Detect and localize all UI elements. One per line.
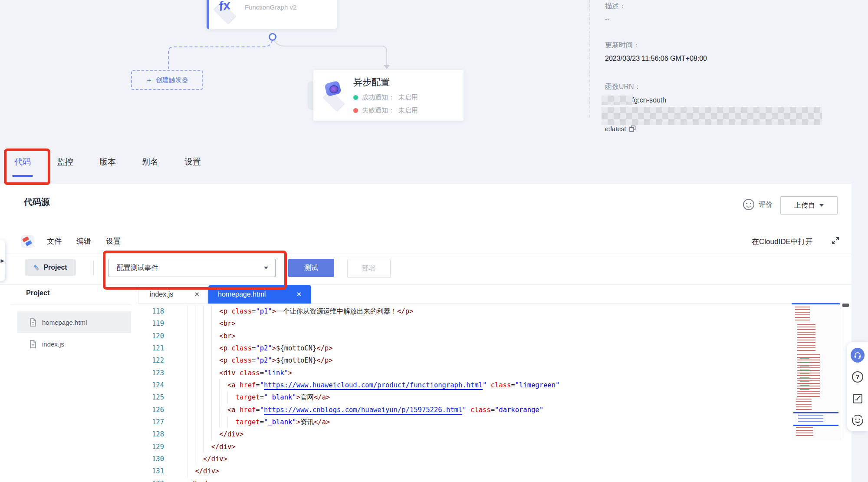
code-line: 131 </div> — [138, 465, 791, 477]
code-line: 128 </div> — [138, 428, 791, 440]
test-event-select[interactable]: 配置测试事件 — [108, 259, 276, 277]
code-line: 130 </div> — [138, 453, 791, 465]
code-line: 120 <br> — [138, 330, 791, 342]
fail-notify-label: 失败通知： — [362, 106, 395, 115]
chevron-down-icon — [819, 204, 824, 207]
upload-from-button[interactable]: 上传自 — [780, 196, 838, 215]
expand-icon[interactable] — [831, 236, 840, 245]
code-lines: 118 <p class="p1">一个让你从资源运维中解放出来的利器！</p>… — [138, 304, 791, 482]
function-nav-tabs: 代码 监控 版本 别名 设置 — [14, 156, 201, 168]
line-number: 122 — [138, 354, 164, 366]
editor-scrollbar-thumb[interactable] — [842, 304, 849, 307]
arrowhead-icon — [384, 65, 390, 69]
line-number: 126 — [138, 404, 164, 416]
async-config-icon — [320, 80, 348, 108]
urn-fragment: fg:cn-south — [632, 96, 666, 104]
function-card[interactable]: fx homepage FunctionGraph v2 — [207, 0, 337, 29]
open-in-cloudide-link[interactable]: 在CloudIDE中打开 — [752, 237, 813, 247]
help-sidebar: ? — [847, 342, 868, 431]
async-config-card[interactable]: 异步配置 成功通知：未启用 失败通知：未启用 — [313, 70, 464, 121]
ide-logo-icon — [21, 235, 34, 248]
async-success-row: 成功通知：未启用 — [353, 93, 418, 102]
menu-edit[interactable]: 编辑 — [76, 236, 91, 246]
functiongraph-console: fx homepage FunctionGraph v2 ＋ 创建触发器 异步配… — [0, 0, 868, 482]
menu-settings[interactable]: 设置 — [106, 236, 121, 246]
async-connector-line — [274, 40, 387, 65]
question-icon: ? — [852, 371, 864, 383]
line-number: 121 — [138, 342, 164, 354]
code-line: 122 <p class="p2">${mottoEN}</p> — [138, 354, 791, 366]
line-number: 127 — [138, 416, 164, 428]
async-config-title: 异步配置 — [353, 76, 390, 88]
code-line: 121 <p class="p2">${mottoCN}</p> — [138, 342, 791, 354]
divider — [11, 304, 131, 304]
upload-from-label: 上传自 — [794, 201, 815, 210]
active-tab-underline — [12, 175, 33, 177]
help-button[interactable]: ? — [851, 370, 865, 384]
code-line: 129 </div> — [138, 441, 791, 453]
project-button-label: Project — [43, 264, 67, 271]
create-trigger-button[interactable]: ＋ 创建触发器 — [131, 70, 203, 90]
divider — [841, 303, 841, 440]
menu-file[interactable]: 文件 — [47, 236, 62, 246]
urn-tail-row: e:latest — [605, 125, 636, 132]
deploy-button-disabled[interactable]: 部署 — [347, 259, 391, 278]
updated-time-label: 更新时间： — [605, 41, 640, 50]
test-button[interactable]: 测试 — [288, 259, 334, 277]
satisfaction-button[interactable] — [851, 413, 865, 427]
success-notify-label: 成功通知： — [362, 93, 395, 102]
line-number: 119 — [138, 317, 164, 330]
function-card-accent-bar — [207, 0, 209, 29]
code-line: 119 <br> — [138, 317, 791, 330]
file-item-indexjs[interactable]: index.js — [17, 333, 131, 355]
code-line: 126 <a href="https://www.cnblogs.com/hua… — [138, 404, 791, 416]
expand-left-panel-button[interactable]: ▶ — [0, 240, 5, 281]
file-item-homepage[interactable]: homepage.html — [17, 311, 131, 333]
tab-settings[interactable]: 设置 — [184, 156, 201, 168]
tab-monitor[interactable]: 监控 — [57, 156, 73, 168]
trigger-connector-line — [168, 40, 272, 69]
rate-label: 评价 — [759, 200, 773, 209]
functiongraph-fx-icon: fx — [217, 0, 231, 14]
success-notify-value: 未启用 — [398, 93, 418, 102]
explorer-header: Project — [26, 289, 49, 297]
rate-widget[interactable]: 评价 — [743, 199, 773, 210]
code-source-title: 代码源 — [24, 196, 50, 208]
function-service-label: FunctionGraph v2 — [245, 3, 296, 11]
close-icon[interactable]: ✕ — [194, 291, 200, 298]
close-icon[interactable]: ✕ — [296, 291, 302, 298]
function-name: homepage — [245, 0, 288, 0]
file-name: homepage.html — [42, 319, 87, 326]
line-number: 120 — [138, 330, 164, 342]
chevron-right-icon: ▶ — [1, 258, 4, 264]
tab-code[interactable]: 代码 — [14, 156, 31, 168]
minimap[interactable] — [792, 303, 841, 440]
editor-tab-indexjs[interactable]: index.js ✕ — [138, 285, 208, 304]
divider — [0, 284, 852, 285]
description-label: 描述： — [605, 2, 626, 11]
test-event-value: 配置测试事件 — [117, 264, 158, 273]
svg-text:?: ? — [856, 373, 860, 380]
line-number: 118 — [138, 305, 164, 317]
code-line: 123 <div class="link"> — [138, 367, 791, 379]
async-fail-row: 失败通知：未启用 — [353, 106, 418, 115]
urn-label: 函数URN： — [605, 83, 641, 92]
tab-alias[interactable]: 别名 — [142, 156, 158, 168]
project-button[interactable]: Project — [25, 259, 76, 276]
line-number: 125 — [138, 391, 164, 403]
line-number: 130 — [138, 453, 164, 465]
project-cube-icon — [33, 264, 39, 271]
code-editor[interactable]: 118 <p class="p1">一个让你从资源运维中解放出来的利器！</p>… — [138, 304, 791, 482]
feedback-button[interactable] — [851, 392, 865, 406]
success-dot-icon — [353, 95, 358, 100]
create-trigger-label: 创建触发器 — [156, 76, 188, 84]
copy-icon[interactable] — [629, 125, 636, 132]
updated-time-value: 2023/03/23 11:56:06 GMT+08:00 — [605, 55, 707, 63]
file-icon — [30, 340, 36, 348]
editor-tab-homepage-active[interactable]: homepage.html ✕ — [208, 285, 311, 304]
file-name: index.js — [42, 340, 64, 348]
urn-blur-mosaic — [602, 107, 822, 125]
support-headset-button[interactable] — [851, 348, 865, 362]
connector-node[interactable] — [269, 33, 276, 41]
tab-version[interactable]: 版本 — [99, 156, 116, 168]
